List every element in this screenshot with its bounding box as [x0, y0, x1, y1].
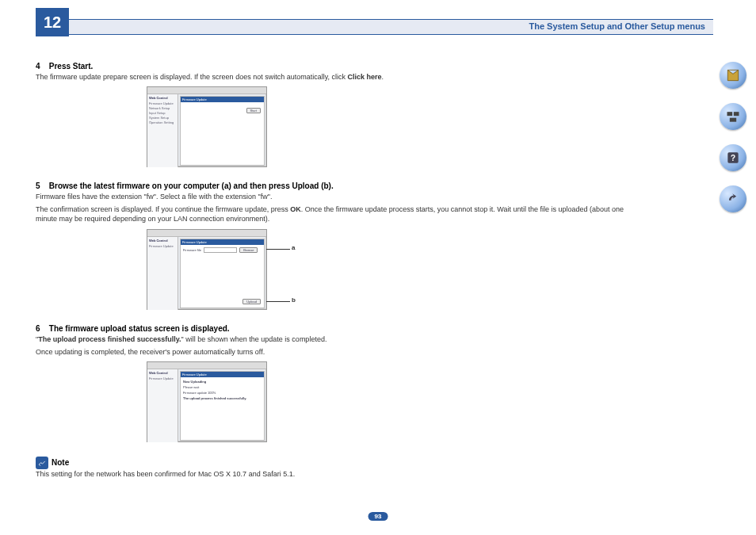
- fig3-line: The upload process finished successfully…: [183, 396, 262, 400]
- fig2-annot-a: a: [292, 244, 295, 251]
- step-6-line1-after: " will be shown when the update is compl…: [181, 335, 327, 343]
- step-6-title: The firmware upload status screen is dis…: [49, 324, 230, 333]
- step-6-line2: Once updating is completed, the receiver…: [36, 347, 638, 357]
- fig1-titlebar: [147, 87, 266, 94]
- fig2-titlebar: [147, 230, 266, 237]
- fig2-file-field: [204, 247, 237, 253]
- step-5-title: Browse the latest firmware on your compu…: [49, 182, 334, 190]
- fig2-sidebar-title: Web Control: [149, 239, 176, 243]
- svg-text:?: ?: [731, 154, 735, 162]
- fig1-sidebar-title: Web Control: [149, 96, 176, 100]
- help-icon[interactable]: ?: [720, 144, 746, 171]
- step-4-click-here: Click here: [348, 73, 382, 81]
- fig2-main: Firmware Update Firmware file Browse Upl…: [180, 239, 265, 308]
- note-label: Note: [52, 458, 69, 467]
- figure-step-4: Web Control Firmware Update Network Setu…: [147, 86, 267, 167]
- step-6-success-msg: The upload process finished successfully…: [38, 335, 181, 343]
- svg-rect-0: [727, 112, 733, 116]
- fig1-main: Firmware Update Start: [180, 96, 265, 166]
- fig2-annot-b-line: [266, 301, 290, 302]
- connect-icon[interactable]: [720, 185, 746, 212]
- figure-step-5: Web Control Firmware Update Firmware Upd…: [147, 229, 267, 310]
- fig2-upload-button: Upload: [242, 299, 261, 304]
- fig3-sidebar-title: Web Control: [149, 371, 176, 375]
- step-4-body-end: .: [382, 73, 384, 81]
- fig3-sidebar: Web Control Firmware Update: [147, 369, 178, 442]
- fig2-browse-button: Browse: [239, 247, 258, 253]
- chapter-title: The System Setup and Other Setup menus: [529, 19, 709, 33]
- fig3-panel-title: Firmware Update: [181, 372, 264, 377]
- page-number-badge: 93: [368, 512, 388, 521]
- step-5-line2: The confirmation screen is displayed. If…: [36, 204, 638, 224]
- toc-icon[interactable]: [720, 62, 746, 89]
- svg-rect-2: [730, 118, 736, 122]
- components-icon[interactable]: [720, 103, 746, 130]
- fig2-annot-a-line: [266, 249, 290, 250]
- fig2-panel-title: Firmware Update: [181, 239, 264, 245]
- fig1-item: Operation Setting: [149, 120, 176, 125]
- step-6-line1: "The upload process finished successfull…: [36, 334, 638, 344]
- page-content: 4 Press Start. The firmware update prepa…: [36, 62, 638, 479]
- step-4-body-text: The firmware update prepare screen is di…: [36, 73, 348, 81]
- fig2-sidebar: Web Control Firmware Update: [147, 237, 178, 310]
- step-5-line2-a: The confirmation screen is displayed. If…: [36, 205, 290, 213]
- note-icon: [36, 457, 48, 469]
- fig3-main: Firmware Update Now Uploading Please wai…: [180, 371, 265, 441]
- step-4-number: 4: [36, 62, 47, 71]
- chapter-number: 12: [36, 8, 69, 36]
- fig3-line: Firmware update 100%: [183, 391, 262, 395]
- step-5-line1: Firmware files have the extension "fw". …: [36, 192, 638, 201]
- fig2-row-label: Firmware file: [183, 248, 201, 252]
- chapter-header: 12 The System Setup and Other Setup menu…: [36, 14, 713, 43]
- step-4-title: Press Start.: [49, 62, 94, 71]
- figure-step-6: Web Control Firmware Update Firmware Upd…: [147, 361, 267, 442]
- note-block: Note: [36, 457, 638, 469]
- step-4-heading: 4 Press Start.: [36, 62, 638, 71]
- fig2-annot-b: b: [292, 296, 296, 304]
- fig3-line: Please wait: [183, 385, 262, 389]
- fig1-panel-title: Firmware Update: [181, 97, 264, 102]
- step-5-ok: OK: [290, 205, 301, 213]
- svg-rect-1: [734, 112, 739, 116]
- note-body: This setting for the network has been co…: [36, 469, 638, 479]
- fig1-start-button: Start: [246, 108, 261, 113]
- step-4-body: The firmware update prepare screen is di…: [36, 72, 638, 82]
- fig3-item: Firmware Update: [149, 376, 176, 381]
- fig2-item: Firmware Update: [149, 244, 176, 249]
- step-5-heading: 5 Browse the latest firmware on your com…: [36, 182, 638, 190]
- fig3-titlebar: [147, 362, 266, 369]
- step-6-heading: 6 The firmware upload status screen is d…: [36, 324, 638, 333]
- sidebar-nav-icons: ?: [720, 62, 748, 212]
- fig3-line: Now Uploading: [183, 380, 262, 384]
- step-6-number: 6: [36, 324, 47, 333]
- step-5-number: 5: [36, 182, 47, 190]
- fig1-sidebar: Web Control Firmware Update Network Setu…: [147, 94, 178, 167]
